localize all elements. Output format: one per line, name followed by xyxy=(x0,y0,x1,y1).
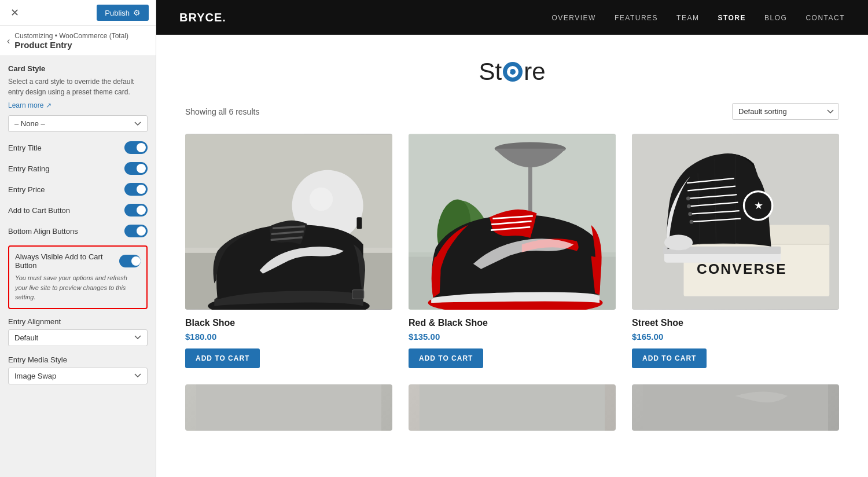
sorting-select[interactable]: Default sorting Sort by popularity Sort … xyxy=(732,103,839,120)
page-title: Product Entry xyxy=(14,40,128,50)
entry-media-style-dropdown[interactable]: Image Swap Standard Hover Zoom xyxy=(8,368,148,384)
entry-media-style-section: Entry Media Style Image Swap Standard Ho… xyxy=(8,355,148,394)
nav-blog[interactable]: BLOG xyxy=(764,14,787,22)
product-price: $180.00 xyxy=(185,332,392,342)
store-bar: Showing all 6 results Default sorting So… xyxy=(185,103,839,120)
product-name: Black Shoe xyxy=(185,318,392,328)
nav-overview[interactable]: OVERVIEW xyxy=(551,14,595,22)
nav-store[interactable]: STORE xyxy=(718,14,746,22)
add-to-cart-button[interactable]: ADD TO CART xyxy=(632,348,707,368)
product-image xyxy=(185,134,392,310)
main-content: BRYCE. OVERVIEW FEATURES TEAM STORE BLOG… xyxy=(156,0,868,477)
svg-rect-48 xyxy=(196,384,381,431)
entry-title-label: Entry Title xyxy=(8,144,42,152)
sidebar-top-bar: ✕ Publish ⚙ xyxy=(0,0,156,26)
svg-point-44 xyxy=(690,220,694,224)
svg-text:CONVERSE: CONVERSE xyxy=(697,261,787,277)
add-to-cart-button[interactable]: ADD TO CART xyxy=(409,348,483,368)
product-image: CONVERSE xyxy=(632,134,839,310)
sidebar-content: Card Style Select a card style to overri… xyxy=(0,56,156,477)
card-style-description: Select a card style to override the defa… xyxy=(8,76,148,97)
product-card-partial xyxy=(632,384,839,439)
svg-text:★: ★ xyxy=(754,200,763,211)
always-visible-toggle[interactable] xyxy=(119,255,141,267)
breadcrumb: Customizing • WooCommerce (Total) xyxy=(14,32,128,40)
product-card: Black Shoe $180.00 ADD TO CART xyxy=(185,134,392,368)
nav-features[interactable]: FEATURES xyxy=(615,14,658,22)
svg-rect-50 xyxy=(643,384,828,431)
entry-title-toggle[interactable] xyxy=(124,141,148,154)
store-title: St re xyxy=(185,58,839,86)
entry-price-toggle[interactable] xyxy=(124,183,148,196)
publish-button[interactable]: Publish ⚙ xyxy=(97,5,149,21)
svg-point-45 xyxy=(688,212,692,216)
site-logo: BRYCE. xyxy=(179,11,226,24)
back-icon: ‹ xyxy=(7,36,10,46)
card-style-section: Card Style Select a card style to overri… xyxy=(8,64,148,141)
add-to-cart-toggle[interactable] xyxy=(124,204,148,217)
product-name: Street Shoe xyxy=(632,318,839,328)
nav-team[interactable]: TEAM xyxy=(676,14,699,22)
entry-rating-toggle[interactable] xyxy=(124,162,148,175)
entry-price-label: Entry Price xyxy=(8,185,45,194)
product-price: $165.00 xyxy=(632,332,839,342)
bottom-align-label: Bottom Align Buttons xyxy=(8,227,78,236)
entry-rating-toggle-row: Entry Rating xyxy=(8,162,148,175)
store-page: St re Showing all 6 results Default sort… xyxy=(156,35,868,477)
bottom-align-toggle[interactable] xyxy=(124,225,148,237)
product-image-partial xyxy=(185,384,392,431)
product-card-partial xyxy=(409,384,616,439)
add-to-cart-button[interactable]: ADD TO CART xyxy=(185,348,260,368)
always-visible-toggle-row: Always Visible Add to Cart Button xyxy=(15,252,141,270)
close-icon: ✕ xyxy=(10,7,19,19)
add-to-cart-toggle-row: Add to Cart Button xyxy=(8,204,148,217)
results-text: Showing all 6 results xyxy=(185,107,259,116)
store-icon xyxy=(502,61,523,82)
entry-alignment-dropdown[interactable]: Default Left Center Right xyxy=(8,329,148,346)
svg-point-46 xyxy=(687,204,691,208)
gear-icon: ⚙ xyxy=(133,8,141,17)
entry-title-toggle-row: Entry Title xyxy=(8,141,148,154)
svg-rect-13 xyxy=(356,217,362,229)
entry-rating-label: Entry Rating xyxy=(8,164,50,173)
entry-alignment-section: Entry Alignment Default Left Center Righ… xyxy=(8,317,148,355)
site-nav: BRYCE. OVERVIEW FEATURES TEAM STORE BLOG… xyxy=(156,0,868,35)
back-button[interactable]: ‹ xyxy=(7,36,10,46)
sidebar: ✕ Publish ⚙ ‹ Customizing • WooCommerce … xyxy=(0,0,156,477)
product-card: CONVERSE xyxy=(632,134,839,368)
close-button[interactable]: ✕ xyxy=(7,5,23,20)
product-image xyxy=(409,134,616,310)
bottom-align-toggle-row: Bottom Align Buttons xyxy=(8,225,148,237)
product-card: Red & Black Shoe $135.00 ADD TO CART xyxy=(409,134,616,368)
svg-rect-49 xyxy=(420,384,605,431)
product-image-partial xyxy=(632,384,839,431)
nav-contact[interactable]: CONTACT xyxy=(806,14,845,22)
add-to-cart-label: Add to Cart Button xyxy=(8,206,70,215)
always-visible-section: Always Visible Add to Cart Button You mu… xyxy=(8,245,148,309)
sidebar-nav: ‹ Customizing • WooCommerce (Total) Prod… xyxy=(0,26,156,56)
product-card-partial xyxy=(185,384,392,439)
card-style-title: Card Style xyxy=(8,64,148,73)
nav-links: OVERVIEW FEATURES TEAM STORE BLOG CONTAC… xyxy=(551,12,845,23)
entry-price-toggle-row: Entry Price xyxy=(8,183,148,196)
svg-point-2 xyxy=(510,69,516,75)
product-image-partial xyxy=(409,384,616,431)
svg-point-6 xyxy=(310,188,333,211)
publish-label: Publish xyxy=(105,9,130,17)
svg-point-32 xyxy=(664,235,693,251)
learn-more-link[interactable]: Learn more ↗ xyxy=(8,101,52,109)
always-visible-warning: You must save your options and refresh y… xyxy=(15,273,141,302)
card-style-dropdown[interactable]: – None – Style 1 Style 2 Style 3 xyxy=(8,115,148,132)
svg-point-47 xyxy=(686,197,690,201)
product-grid: Black Shoe $180.00 ADD TO CART xyxy=(185,134,839,439)
entry-media-style-label: Entry Media Style xyxy=(8,355,148,364)
always-visible-label: Always Visible Add to Cart Button xyxy=(15,252,119,270)
product-name: Red & Black Shoe xyxy=(409,318,616,328)
product-price: $135.00 xyxy=(409,332,616,342)
svg-rect-12 xyxy=(352,290,364,299)
entry-alignment-label: Entry Alignment xyxy=(8,317,148,326)
